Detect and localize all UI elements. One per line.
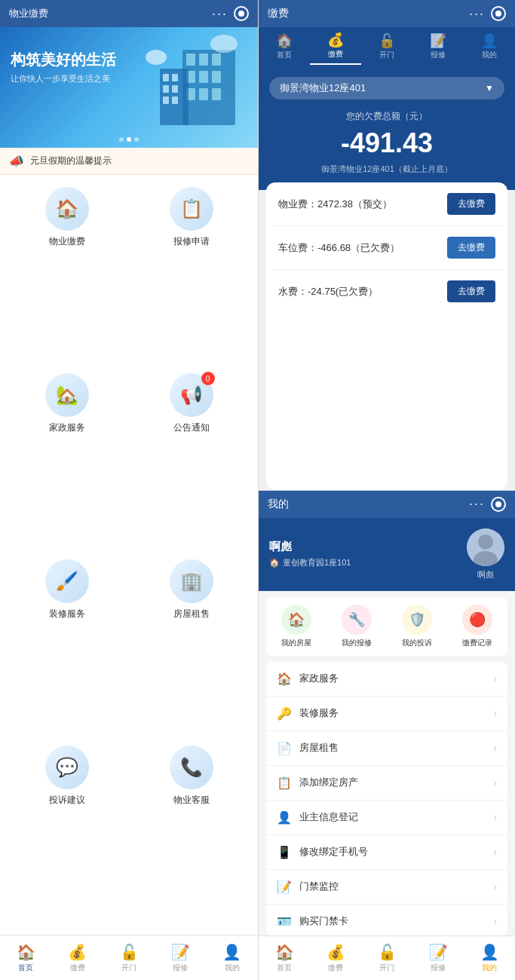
my-nav-my[interactable]: 👤 我的 — [464, 936, 515, 980]
notice-text: 元旦假期的温馨提示 — [30, 155, 112, 167]
left-topbar: 物业缴费 ··· — [0, 0, 258, 27]
home-addr-icon: 🏠 — [269, 558, 280, 568]
fee-record-label: 缴费记录 — [462, 638, 492, 648]
my-nav-repair[interactable]: 📝 报修 — [412, 936, 464, 980]
fee-record-icon[interactable] — [491, 6, 506, 21]
fee-pay-btn-water[interactable]: 去缴费 — [447, 280, 495, 302]
shortcut-my-repair[interactable]: 🔧 我的报修 — [326, 605, 387, 648]
svg-point-18 — [210, 35, 238, 53]
home-nav-icon: 🏠 — [17, 943, 35, 961]
nav-item-repair[interactable]: 📝 报修 — [155, 936, 206, 980]
menu-item-property-fee[interactable]: 🏠 物业缴费 — [9, 187, 124, 364]
grid-menu: 🏠 物业缴费 📋 报修申请 🏡 家政服务 📢 0 公告通知 🖌️ 装修服务 — [0, 175, 258, 935]
my-nav-fee[interactable]: 💰 缴费 — [310, 936, 361, 980]
my-repair-icon: 🔧 — [342, 605, 372, 635]
my-topbar: 我的 ··· — [259, 491, 515, 518]
fee-pay-btn-parking[interactable]: 去缴费 — [447, 237, 495, 259]
my-topbar-dots[interactable]: ··· — [469, 496, 485, 512]
svg-rect-6 — [212, 71, 221, 83]
home-nav-label: 首页 — [18, 963, 33, 973]
fee-nav-repair[interactable]: 📝 报修 — [412, 27, 464, 65]
repair-icon: 📋 — [170, 187, 213, 231]
my-owner-register[interactable]: 👤 业主信息登记 › — [266, 801, 507, 835]
customer-label: 物业客服 — [173, 794, 210, 807]
fee-topbar-dots[interactable]: ··· — [469, 6, 485, 22]
fee-nav-repair-label: 报修 — [431, 50, 446, 60]
svg-rect-15 — [163, 96, 169, 104]
my-renovation[interactable]: 🔑 装修服务 › — [266, 697, 507, 731]
menu-item-renovation[interactable]: 🖌️ 装修服务 — [9, 559, 124, 737]
nav-item-fee[interactable]: 💰 缴费 — [51, 936, 103, 980]
nav-item-door[interactable]: 🔓 开门 — [103, 936, 155, 980]
fee-pay-btn-property[interactable]: 去缴费 — [447, 193, 495, 215]
fee-property-dropdown[interactable]: 御景湾物业12座401 ▼ — [269, 77, 504, 100]
my-nav-repair-icon: 📝 — [429, 943, 448, 961]
svg-rect-5 — [199, 71, 208, 83]
my-bottom-nav: 🏠 首页 💰 缴费 🔓 开门 📝 报修 👤 我的 — [259, 936, 515, 980]
menu-item-notice[interactable]: 📢 0 公告通知 — [133, 373, 249, 550]
shortcut-my-property[interactable]: 🏠 我的房屋 — [266, 605, 326, 648]
fee-record-shortcut-icon: 🔴 — [462, 605, 492, 635]
fee-sublabel: 御景湾物业12座401（截止上月底） — [269, 164, 504, 175]
record-icon[interactable] — [234, 6, 249, 21]
fee-nav-my[interactable]: 👤 我的 — [464, 27, 515, 65]
door-nav-label: 开门 — [121, 963, 136, 973]
fee-nav-repair-icon: 📝 — [430, 32, 446, 49]
housekeeping-list-icon: 🏠 — [277, 672, 292, 686]
profile-info: 啊彪 🏠 童创教育园1座101 — [269, 540, 458, 568]
my-nav-repair-label: 报修 — [431, 963, 446, 973]
my-shortcuts: 🏠 我的房屋 🔧 我的报修 🛡️ 我的投诉 🔴 缴费记录 — [266, 597, 507, 656]
topbar-dots-icon[interactable]: ··· — [212, 6, 228, 22]
arrow-icon-1: › — [493, 707, 497, 719]
my-nav-fee-label: 缴费 — [328, 963, 343, 973]
door-nav-icon: 🔓 — [120, 943, 139, 961]
fee-property-label: 物业费：2472.38（预交） — [278, 198, 392, 211]
notice-bar: 📣 元旦假期的温馨提示 — [0, 148, 258, 175]
fee-list: 物业费：2472.38（预交） 去缴费 车位费：-466.68（已欠费） 去缴费… — [266, 182, 507, 490]
left-topbar-icons: ··· — [212, 6, 249, 22]
my-buy-card[interactable]: 🪪 购买门禁卡 › — [266, 905, 507, 936]
my-rent[interactable]: 📄 房屋租售 › — [266, 731, 507, 766]
buy-card-icon: 🪪 — [277, 914, 292, 929]
my-nav-home[interactable]: 🏠 首页 — [259, 936, 310, 980]
nav-item-home[interactable]: 🏠 首页 — [0, 936, 51, 980]
fee-nav-door-icon: 🔓 — [379, 32, 395, 49]
my-record-icon[interactable] — [491, 497, 506, 512]
fee-amount: -491.43 — [269, 127, 504, 159]
svg-rect-1 — [186, 54, 195, 66]
arrow-icon-6: › — [493, 880, 497, 893]
profile-addr: 🏠 童创教育园1座101 — [269, 557, 458, 568]
my-change-phone[interactable]: 📱 修改绑定手机号 › — [266, 835, 507, 870]
access-monitor-label: 门禁监控 — [299, 880, 493, 893]
profile-addr-text: 童创教育园1座101 — [283, 557, 351, 568]
shortcut-my-complaint[interactable]: 🛡️ 我的投诉 — [387, 605, 447, 648]
my-nav-my-label: 我的 — [482, 963, 497, 973]
shortcut-fee-record[interactable]: 🔴 缴费记录 — [447, 605, 507, 648]
menu-item-repair[interactable]: 📋 报修申请 — [133, 187, 249, 364]
fee-nav-fee[interactable]: 💰 缴费 — [310, 27, 361, 65]
svg-rect-9 — [212, 88, 221, 100]
housekeeping-list-label: 家政服务 — [299, 672, 493, 685]
my-nav-door[interactable]: 🔓 开门 — [361, 936, 412, 980]
fee-nav-door[interactable]: 🔓 开门 — [361, 27, 412, 65]
my-access-monitor[interactable]: 📝 门禁监控 › — [266, 870, 507, 905]
my-housekeeping[interactable]: 🏠 家政服务 › — [266, 662, 507, 697]
fee-balance-label: 您的欠费总额（元） — [269, 110, 504, 123]
my-nav-door-label: 开门 — [379, 963, 394, 973]
menu-item-complaint[interactable]: 💬 投诉建议 — [9, 746, 124, 923]
renovation-label: 装修服务 — [49, 608, 85, 620]
fee-nav-home[interactable]: 🏠 首页 — [259, 27, 310, 65]
nav-item-profile[interactable]: 👤 我的 — [207, 936, 258, 980]
left-bottom-nav: 🏠 首页 💰 缴费 🔓 开门 📝 报修 👤 我的 — [0, 935, 258, 980]
property-fee-label: 物业缴费 — [49, 235, 85, 248]
fee-nav-icon: 💰 — [68, 943, 87, 961]
menu-item-rent[interactable]: 🏢 房屋租售 — [133, 559, 249, 737]
my-add-property[interactable]: 📋 添加绑定房产 › — [266, 766, 507, 801]
menu-item-housekeeping[interactable]: 🏡 家政服务 — [9, 373, 124, 550]
my-nav-my-icon: 👤 — [480, 943, 499, 961]
profile-header: 啊彪 🏠 童创教育园1座101 啊彪 — [259, 518, 515, 591]
banner-title: 构筑美好的生活 — [11, 50, 116, 70]
menu-item-customer[interactable]: 📞 物业客服 — [133, 746, 249, 923]
my-panel: 我的 ··· 啊彪 🏠 童创教育园1座101 — [258, 490, 515, 980]
rent-list-label: 房屋租售 — [299, 741, 493, 755]
